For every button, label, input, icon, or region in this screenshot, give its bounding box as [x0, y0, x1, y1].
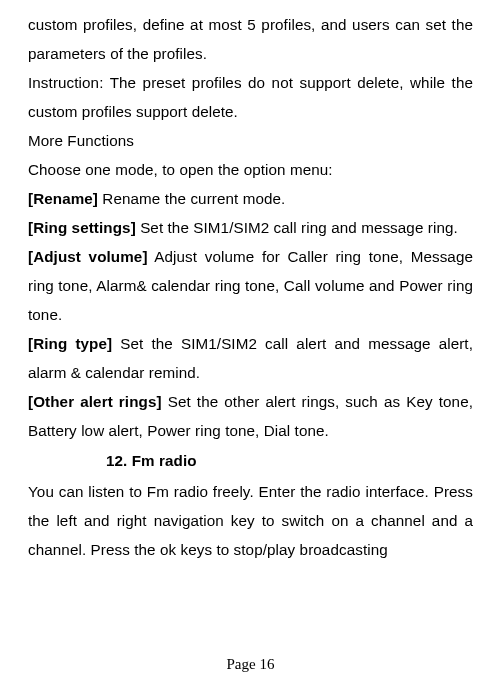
text-ring-settings: Set the SIM1/SIM2 call ring and message …	[136, 219, 458, 236]
page-number: Page 16	[0, 656, 501, 673]
label-adjust-volume: [Adjust volume]	[28, 248, 148, 265]
text-rename: Rename the current mode.	[98, 190, 285, 207]
item-ring-type: [Ring type] Set the SIM1/SIM2 call alert…	[28, 329, 473, 387]
item-adjust-volume: [Adjust volume] Adjust volume for Caller…	[28, 242, 473, 329]
label-other-alert: [Other alert rings]	[28, 393, 162, 410]
item-other-alert: [Other alert rings] Set the other alert …	[28, 387, 473, 445]
label-ring-settings: [Ring settings]	[28, 219, 136, 236]
document-page: custom profiles, define at most 5 profil…	[0, 0, 501, 687]
section-heading-fm-radio: 12. Fm radio	[28, 445, 473, 477]
label-rename: [Rename]	[28, 190, 98, 207]
document-body: custom profiles, define at most 5 profil…	[28, 10, 473, 564]
item-rename: [Rename] Rename the current mode.	[28, 184, 473, 213]
item-ring-settings: [Ring settings] Set the SIM1/SIM2 call r…	[28, 213, 473, 242]
paragraph-choose-mode: Choose one mode, to open the option menu…	[28, 155, 473, 184]
heading-more-functions: More Functions	[28, 126, 473, 155]
paragraph-intro: custom profiles, define at most 5 profil…	[28, 10, 473, 68]
paragraph-fm-radio: You can listen to Fm radio freely. Enter…	[28, 477, 473, 564]
label-ring-type: [Ring type]	[28, 335, 112, 352]
paragraph-instruction: Instruction: The preset profiles do not …	[28, 68, 473, 126]
